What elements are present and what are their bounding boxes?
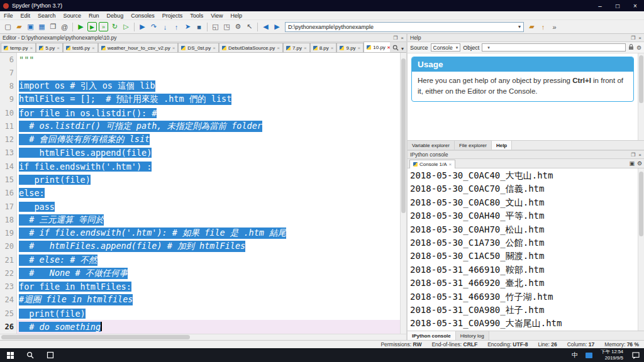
toolbar-overflow-button[interactable]: » bbox=[549, 21, 560, 32]
save-all-button[interactable]: ▦ bbox=[36, 21, 47, 32]
editor-tab-5-py[interactable]: 5.py× bbox=[36, 43, 63, 52]
undock-icon[interactable]: ❐ bbox=[393, 35, 397, 41]
menu-item-file[interactable]: File bbox=[0, 11, 17, 19]
tab-ipython-console[interactable]: IPython console bbox=[408, 331, 456, 340]
undock-icon[interactable]: ❐ bbox=[631, 35, 635, 41]
maximize-button[interactable]: □ bbox=[609, 0, 626, 11]
tab-close-icon[interactable]: × bbox=[57, 45, 60, 51]
code-line[interactable]: 17 pass bbox=[0, 200, 400, 213]
menu-item-source[interactable]: Source bbox=[60, 11, 86, 19]
line-number[interactable]: 15 bbox=[0, 173, 17, 186]
code-line[interactable]: 11 # os.listdir() 可指定 path, 未指定則為當前 fold… bbox=[0, 119, 400, 133]
line-number[interactable]: 6 bbox=[0, 53, 17, 66]
tab-close-icon[interactable]: × bbox=[92, 45, 95, 51]
line-number[interactable]: 17 bbox=[0, 200, 17, 213]
code-line[interactable]: 9htmlFiles = []; # 預計用來裝 .htm 們的 list bbox=[0, 93, 400, 106]
tab-close-icon[interactable]: × bbox=[358, 45, 361, 51]
menu-item-help[interactable]: Help bbox=[227, 11, 247, 19]
code-line[interactable]: 24#迴圈 file in htmlfiles bbox=[0, 293, 400, 307]
tab-close-icon[interactable]: × bbox=[331, 45, 334, 51]
run-selection-button[interactable]: ▷ bbox=[121, 21, 131, 32]
tab-help[interactable]: Help bbox=[492, 141, 512, 150]
code-line[interactable]: 14if file.endswith('.htm') : bbox=[0, 160, 400, 173]
editor-tab-temp-py[interactable]: temp.py× bbox=[1, 43, 36, 52]
code-line[interactable]: 16else: bbox=[0, 187, 400, 200]
editor-tab-10-py[interactable]: 10.py× bbox=[364, 41, 390, 52]
line-number[interactable]: 7 bbox=[0, 66, 17, 79]
preferences-button[interactable]: ⚙ bbox=[233, 21, 243, 32]
code-line[interactable]: 23for file in htmlFiles: bbox=[0, 280, 400, 293]
source-select[interactable]: Console ▾ bbox=[431, 43, 461, 52]
stop-debug-button[interactable]: ■ bbox=[194, 21, 204, 32]
line-number[interactable]: 26 bbox=[0, 320, 17, 333]
find-symbols-button[interactable]: @ bbox=[59, 21, 70, 32]
code-line[interactable]: 26 # do something bbox=[0, 320, 400, 333]
code-line[interactable]: 21 # else: # 不然 bbox=[0, 253, 400, 266]
save-file-button[interactable]: ▣ bbox=[25, 21, 36, 32]
code-line[interactable]: 8import os # 引入 os 這個 lib bbox=[0, 80, 400, 93]
close-icon[interactable]: × bbox=[401, 35, 404, 41]
scrollbar-thumb[interactable] bbox=[1, 335, 190, 339]
console-vertical-scrollbar[interactable] bbox=[638, 168, 644, 331]
title-bar[interactable]: Spyder (Python 3.7) – □ × bbox=[0, 0, 644, 11]
taskbar-clock[interactable]: 下午 12:54 2019/9/5 bbox=[596, 349, 628, 361]
close-icon[interactable]: × bbox=[638, 152, 641, 158]
navigate-back-button[interactable]: ◀ bbox=[260, 21, 271, 32]
code-line[interactable]: 18 # 三元運算 等同於 bbox=[0, 213, 400, 226]
open-file-button[interactable]: ▰ bbox=[14, 21, 25, 32]
line-number[interactable]: 12 bbox=[0, 133, 17, 146]
editor-vertical-scrollbar[interactable] bbox=[400, 53, 406, 334]
inspect-icon[interactable]: ▣ bbox=[629, 160, 635, 167]
step-return-button[interactable]: ↑ bbox=[171, 21, 182, 32]
object-combobox[interactable]: ▾ bbox=[482, 43, 626, 52]
run-cell-advance-button[interactable]: » bbox=[99, 22, 108, 31]
code-line[interactable]: 13 htmlFiles.append(file) bbox=[0, 146, 400, 160]
editor-tab-test6-py[interactable]: test6.py× bbox=[63, 43, 98, 52]
action-center-icon[interactable] bbox=[628, 348, 644, 362]
pointer-tool-button[interactable]: ↖ bbox=[244, 21, 255, 32]
menu-item-tools[interactable]: Tools bbox=[186, 11, 207, 19]
scrollbar-thumb[interactable] bbox=[401, 58, 406, 213]
navigate-forward-button[interactable]: ▶ bbox=[272, 21, 282, 32]
line-number[interactable]: 16 bbox=[0, 187, 17, 200]
options-icon[interactable]: ⚙ bbox=[637, 160, 642, 167]
line-number[interactable]: 24 bbox=[0, 293, 17, 307]
scrollbar-thumb[interactable] bbox=[639, 172, 643, 236]
browse-tabs-icon[interactable]: ▾ bbox=[401, 46, 404, 52]
code-line[interactable]: 15 print(file) bbox=[0, 173, 400, 186]
line-number[interactable]: 21 bbox=[0, 253, 17, 266]
line-number[interactable]: 13 bbox=[0, 146, 17, 160]
tab-file-explorer[interactable]: File explorer bbox=[455, 141, 492, 150]
undock-icon[interactable]: ❐ bbox=[631, 152, 635, 158]
copy-button[interactable]: ❐ bbox=[48, 21, 58, 32]
continue-execution-button[interactable]: ➤ bbox=[182, 21, 193, 32]
line-number[interactable]: 11 bbox=[0, 119, 17, 133]
menu-item-debug[interactable]: Debug bbox=[103, 11, 128, 19]
menu-item-projects[interactable]: Projects bbox=[158, 11, 187, 19]
code-line[interactable]: 7 bbox=[0, 66, 400, 79]
rerun-cell-button[interactable]: ↻ bbox=[109, 21, 120, 32]
step-over-button[interactable]: ↷ bbox=[148, 21, 159, 32]
line-number[interactable]: 22 bbox=[0, 266, 17, 280]
line-number[interactable]: 20 bbox=[0, 240, 17, 253]
line-number[interactable]: 19 bbox=[0, 226, 17, 239]
run-file-button[interactable]: ▶ bbox=[75, 21, 86, 32]
maximize-pane-button[interactable]: ◱ bbox=[210, 21, 221, 32]
line-number[interactable]: 10 bbox=[0, 106, 17, 119]
start-button[interactable] bbox=[0, 348, 20, 362]
close-icon[interactable]: × bbox=[638, 35, 641, 41]
editor-tab-8-py[interactable]: 8.py× bbox=[310, 43, 337, 52]
new-file-button[interactable]: ▢ bbox=[3, 21, 13, 32]
search-tabs-icon[interactable] bbox=[392, 45, 399, 52]
line-number[interactable]: 18 bbox=[0, 213, 17, 226]
editor-tab-debutdatasource-py[interactable]: DebutDataSource.py× bbox=[219, 43, 283, 52]
tab-close-icon[interactable]: × bbox=[304, 45, 307, 51]
lock-icon[interactable] bbox=[628, 44, 634, 52]
menu-item-search[interactable]: Search bbox=[34, 11, 60, 19]
ime-indicator[interactable]: 中 bbox=[568, 351, 582, 359]
fullscreen-button[interactable]: ◳ bbox=[221, 21, 232, 32]
tab-history-log[interactable]: History log bbox=[456, 331, 489, 340]
line-number[interactable]: 25 bbox=[0, 307, 17, 320]
line-number[interactable]: 23 bbox=[0, 280, 17, 293]
code-line[interactable]: 6""" bbox=[0, 53, 400, 66]
